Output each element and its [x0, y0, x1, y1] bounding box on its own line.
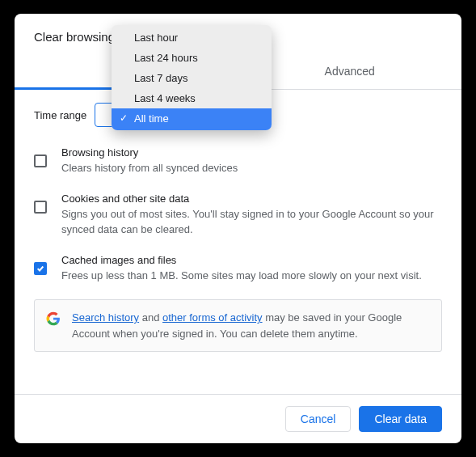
search-history-link[interactable]: Search history — [72, 311, 139, 324]
dropdown-option[interactable]: Last 7 days — [112, 68, 272, 88]
item-title: Browsing history — [61, 146, 442, 159]
clear-data-button[interactable]: Clear data — [359, 406, 442, 432]
clear-items-list: Browsing history Clears history from all… — [34, 138, 442, 291]
checkbox-cache[interactable] — [34, 262, 47, 275]
item-browsing-history: Browsing history Clears history from all… — [34, 138, 442, 184]
checkbox-cookies[interactable] — [34, 201, 47, 214]
info-text: Search history and other forms of activi… — [72, 310, 430, 341]
item-desc: Signs you out of most sites. You'll stay… — [61, 207, 442, 238]
dropdown-option-selected[interactable]: All time — [112, 108, 272, 130]
item-cookies: Cookies and other site data Signs you ou… — [34, 184, 442, 246]
checkbox-browsing-history[interactable] — [34, 154, 47, 167]
google-logo-icon — [46, 311, 61, 326]
clear-browsing-data-dialog: Clear browsing data Basic Advanced Time … — [15, 14, 461, 443]
item-title: Cached images and files — [61, 254, 442, 266]
dropdown-option[interactable]: Last 4 weeks — [112, 88, 272, 108]
check-icon — [36, 264, 44, 273]
time-range-label: Time range — [34, 109, 86, 121]
cancel-button[interactable]: Cancel — [285, 406, 352, 432]
item-cache: Cached images and files Frees up less th… — [34, 246, 442, 292]
time-range-dropdown: Last hour Last 24 hours Last 7 days Last… — [112, 25, 272, 130]
item-desc: Clears history from all synced devices — [61, 161, 442, 176]
google-account-info: Search history and other forms of activi… — [34, 299, 442, 352]
dialog-footer: Cancel Clear data — [15, 394, 461, 443]
other-activity-link[interactable]: other forms of activity — [162, 311, 263, 324]
dropdown-option[interactable]: Last hour — [112, 25, 272, 48]
item-desc: Frees up less than 1 MB. Some sites may … — [61, 269, 442, 284]
dropdown-option[interactable]: Last 24 hours — [112, 48, 272, 68]
item-title: Cookies and other site data — [61, 193, 442, 205]
